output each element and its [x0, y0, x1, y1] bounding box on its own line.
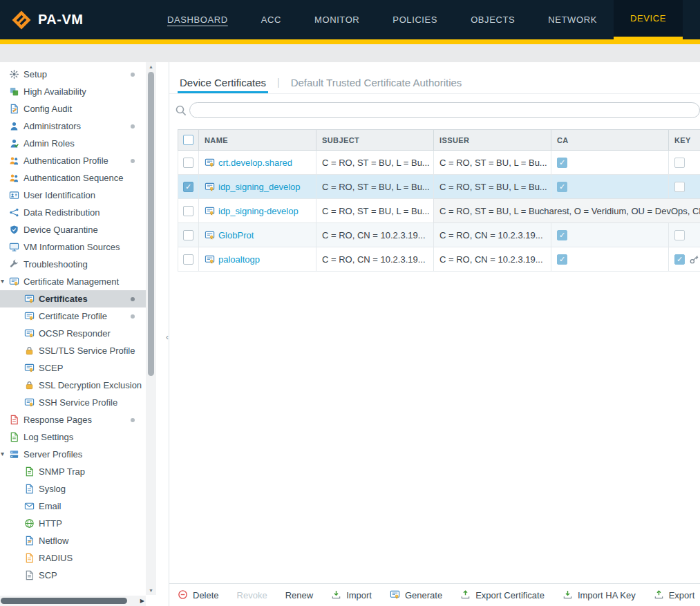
expand-caret-icon[interactable]: ▾ — [1, 276, 4, 286]
sidebar-item-scep[interactable]: SCEP — [0, 359, 146, 377]
brand[interactable]: PA-VM — [0, 0, 151, 39]
sidebar-item-data-redistribution[interactable]: Data Redistribution — [0, 204, 146, 221]
sidebar-item-device-quarantine[interactable]: Device Quarantine — [0, 221, 146, 238]
main-nav: DASHBOARDACCMONITORPOLICIESOBJECTSNETWOR… — [151, 0, 683, 39]
column-header-ca[interactable]: CA — [551, 130, 669, 150]
name-cell: paloaltogp — [199, 247, 316, 271]
sidebar-item-netflow[interactable]: Netflow — [0, 532, 146, 549]
expand-caret-icon[interactable]: ▾ — [1, 449, 4, 459]
sidebar-item-troubleshooting[interactable]: Troubleshooting — [0, 256, 146, 273]
ca-cell: ✓ — [551, 223, 669, 247]
sidebar-item-label: Certificate Profile — [39, 311, 107, 321]
sidebar-item-vm-information-sources[interactable]: VM Information Sources — [0, 238, 146, 256]
sidebar-item-setup[interactable]: Setup — [0, 66, 146, 83]
table-row-idp-signing-develop[interactable]: idp_signing-developC = RO, ST = BU, L = … — [178, 199, 700, 223]
delete-icon — [178, 589, 189, 600]
sidebar-item-user-identification[interactable]: User Identification — [0, 187, 146, 204]
row-checkbox[interactable] — [183, 206, 193, 216]
sidebar-item-http[interactable]: HTTP — [0, 515, 146, 532]
sidebar-item-scp[interactable]: SCP — [0, 567, 146, 584]
nav-device[interactable]: DEVICE — [614, 0, 683, 39]
sidebar-item-admin-roles[interactable]: Admin Roles — [0, 135, 146, 152]
table-row-globprot[interactable]: GlobProtC = RO, CN = 10.2.3.19...C = RO,… — [178, 223, 700, 247]
sidebar-item-label: Config Audit — [23, 104, 72, 114]
scroll-right-arrow-icon[interactable]: ▶ — [140, 596, 144, 606]
horizontal-scrollbar-thumb[interactable] — [1, 598, 127, 604]
nav-policies[interactable]: POLICIES — [376, 0, 454, 39]
sidebar-item-certificates[interactable]: Certificates — [0, 290, 146, 307]
sidebar-item-email[interactable]: Email — [0, 498, 146, 515]
sidebar-item-label: SCEP — [39, 363, 63, 373]
column-header-subject[interactable]: SUBJECT — [316, 130, 434, 150]
sidebar-horizontal-scrollbar[interactable]: ▶ — [0, 596, 146, 606]
certificate-name-link[interactable]: idp_signing_develop — [218, 182, 301, 192]
sidebar: SetupHigh AvailabilityConfig AuditAdmini… — [0, 62, 169, 606]
scroll-down-arrow-icon[interactable]: ▼ — [146, 586, 156, 595]
sidebar-item-server-profiles[interactable]: ▾Server Profiles — [0, 446, 146, 463]
nav-dashboard[interactable]: DASHBOARD — [151, 0, 245, 39]
sidebar-item-ocsp-responder[interactable]: OCSP Responder — [0, 325, 146, 342]
select-all-checkbox[interactable] — [183, 135, 193, 145]
nav-network[interactable]: NETWORK — [531, 0, 614, 39]
certificate-name-link[interactable]: idp_signing-develop — [218, 206, 299, 216]
vertical-scrollbar-thumb[interactable] — [148, 72, 154, 376]
import-icon — [331, 589, 342, 600]
table-row-idp-signing-develop[interactable]: ✓idp_signing_developC = RO, ST = BU, L =… — [178, 175, 700, 199]
toolbar-button-export-certificate[interactable]: Export Certificate — [460, 589, 545, 600]
toolbar-button-generate[interactable]: Generate — [390, 589, 442, 600]
certificate-icon — [205, 182, 215, 192]
sidebar-item-ssl-decryption-exclusion[interactable]: SSL Decryption Exclusion — [0, 377, 146, 394]
column-header-issuer[interactable]: ISSUER — [434, 130, 551, 150]
table-body: crt.develop.sharedC = RO, ST = BU, L = B… — [178, 151, 700, 272]
sidebar-item-syslog[interactable]: Syslog — [0, 480, 146, 498]
sidebar-item-high-availability[interactable]: High Availability — [0, 83, 146, 100]
sidebar-collapse-handle-icon[interactable]: ‹ — [166, 332, 169, 342]
sidebar-item-log-settings[interactable]: Log Settings — [0, 428, 146, 446]
certificate-name-link[interactable]: GlobProt — [218, 230, 254, 240]
column-header-key[interactable]: KEY — [669, 130, 700, 150]
scroll-up-arrow-icon[interactable]: ▲ — [146, 62, 156, 71]
sidebar-item-certificate-management[interactable]: ▾Certificate Management — [0, 273, 146, 290]
share-icon — [9, 207, 19, 218]
toolbar-button-renew[interactable]: Renew — [285, 590, 313, 600]
row-checkbox[interactable]: ✓ — [183, 182, 193, 192]
certificate-name-link[interactable]: crt.develop.shared — [218, 158, 292, 168]
sidebar-item-snmp-trap[interactable]: SNMP Trap — [0, 463, 146, 480]
nav-objects[interactable]: OBJECTS — [454, 0, 531, 39]
sidebar-item-administrators[interactable]: Administrators — [0, 117, 146, 135]
sidebar-item-radius[interactable]: RADIUS — [0, 549, 146, 567]
sidebar-item-label: VM Information Sources — [23, 242, 120, 252]
sidebar-item-certificate-profile[interactable]: Certificate Profile — [0, 307, 146, 325]
nav-acc[interactable]: ACC — [245, 0, 298, 39]
sidebar-item-config-audit[interactable]: Config Audit — [0, 100, 146, 117]
toolbar-button-import[interactable]: Import — [331, 589, 372, 600]
ca-checkbox: ✓ — [557, 182, 567, 192]
table-row-crt-develop-shared[interactable]: crt.develop.sharedC = RO, ST = BU, L = B… — [178, 151, 700, 175]
certificate-name-link[interactable]: paloaltogp — [218, 254, 260, 265]
tab-default-trusted-certificate-authorities[interactable]: Default Trusted Certificate Authorities — [289, 71, 464, 93]
column-header-name[interactable]: NAME — [199, 130, 316, 150]
nav-monitor[interactable]: MONITOR — [298, 0, 376, 39]
tab-device-certificates[interactable]: Device Certificates — [178, 71, 268, 93]
sidebar-item-authentication-sequence[interactable]: Authentication Sequence — [0, 169, 146, 187]
row-checkbox[interactable] — [183, 254, 193, 265]
row-checkbox[interactable] — [183, 158, 193, 168]
row-checkbox[interactable] — [183, 230, 193, 240]
table-row-paloaltogp[interactable]: paloaltogpC = RO, CN = 10.2.3.19...C = R… — [178, 247, 700, 272]
toolbar-button-export[interactable]: Export — [654, 589, 695, 600]
sidebar-item-ssh-service-profile[interactable]: SSH Service Profile — [0, 394, 146, 411]
sidebar-item-label: Certificates — [39, 294, 88, 304]
search-input[interactable] — [189, 102, 700, 118]
sidebar-vertical-scrollbar[interactable]: ▲ ▼ — [146, 62, 156, 595]
sidebar-item-label: Device Quarantine — [23, 225, 98, 235]
cert-icon — [9, 276, 19, 287]
people-icon — [9, 173, 19, 183]
toolbar-button-label: Export — [669, 590, 695, 600]
sidebar-item-response-pages[interactable]: Response Pages — [0, 411, 146, 428]
email-icon — [24, 501, 35, 511]
sidebar-item-ssl-tls-service-profile[interactable]: SSL/TLS Service Profile — [0, 342, 146, 359]
sidebar-item-authentication-profile[interactable]: Authentication Profile — [0, 152, 146, 169]
toolbar-button-import-ha-key[interactable]: Import HA Key — [562, 589, 636, 600]
monitor-icon — [9, 242, 19, 252]
toolbar-button-delete[interactable]: Delete — [178, 589, 219, 600]
